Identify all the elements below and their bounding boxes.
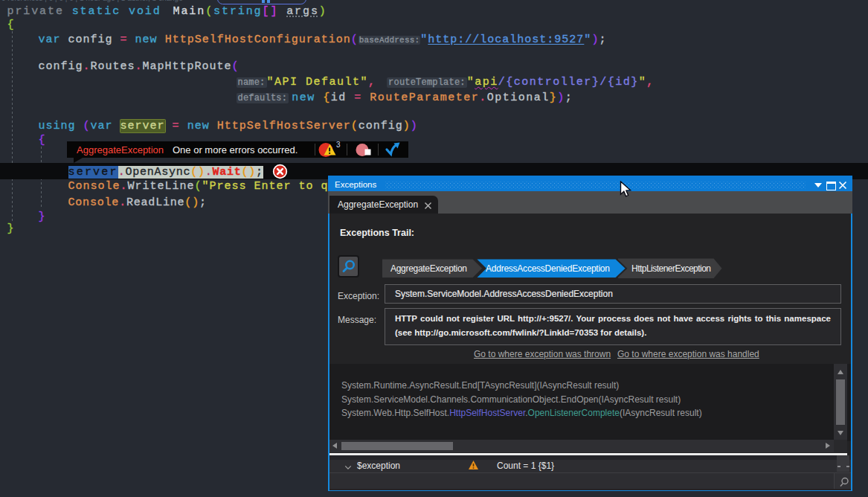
svg-text:HttpListenerException: HttpListenerException	[631, 263, 711, 274]
svg-text:AddressAccessDeniedException: AddressAccessDeniedException	[486, 263, 610, 274]
svg-text:AggregateException: AggregateException	[390, 263, 467, 274]
svg-text:3: 3	[336, 141, 341, 149]
